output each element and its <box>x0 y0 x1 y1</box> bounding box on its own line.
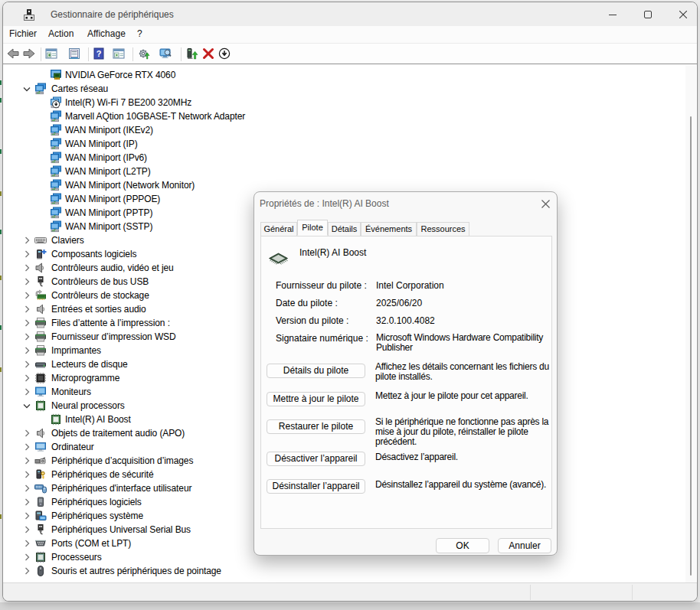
svg-text:?: ? <box>96 49 102 58</box>
